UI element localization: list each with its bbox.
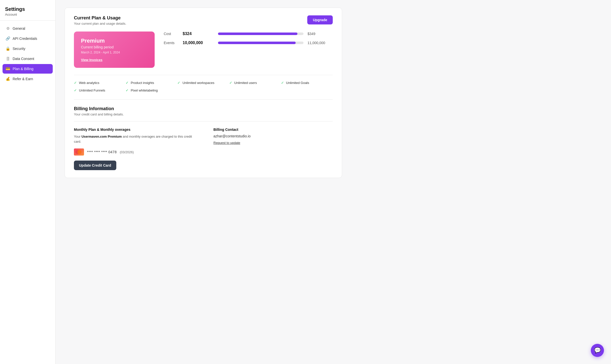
cost-progress-bar-wrap <box>218 33 303 35</box>
feature-label: Product insights <box>131 81 154 85</box>
check-icon: ✓ <box>74 88 77 92</box>
card-row: **** **** **** 0478 (03/2026) <box>74 148 193 156</box>
current-plan-header: Current Plan & Usage Your current plan a… <box>74 15 333 25</box>
cost-max: $349 <box>308 32 333 36</box>
features-section: ✓Web analytics✓Product insights✓Unlimite… <box>74 75 333 92</box>
events-metric-row: Events 10,000,000 11,000,000 <box>164 41 333 45</box>
current-plan-subtitle: Your current plan and usage details. <box>74 22 126 25</box>
chat-button[interactable]: 💬 <box>591 344 604 357</box>
plan-dates: March 2, 2024 - April 1, 2024 <box>81 51 148 54</box>
feature-item: ✓Product insights <box>126 81 177 85</box>
plan-metrics: Cost $324 $349 Events 10,000,000 <box>161 32 333 45</box>
sidebar-item-data-consent[interactable]: 🗄 Data Consent <box>3 54 53 64</box>
sidebar-item-general[interactable]: ⚙ General <box>3 24 53 33</box>
request-update-link[interactable]: Request to update <box>213 141 240 145</box>
feature-item: ✓Unlimited Goals <box>281 81 333 85</box>
sidebar-subtitle: Account <box>5 13 50 16</box>
monthly-desc-strong: Usermaven.com Premium <box>81 135 122 138</box>
plan-period-label: Current billing period <box>81 45 148 49</box>
feature-item: ✓Unlimited Funnels <box>74 88 126 92</box>
view-invoices-link[interactable]: View Invoices <box>81 58 102 62</box>
card-number: **** **** **** 0478 <box>87 150 117 154</box>
content-card: Current Plan & Usage Your current plan a… <box>65 8 342 178</box>
features-grid: ✓Web analytics✓Product insights✓Unlimite… <box>74 81 333 92</box>
billing-contact-title: Billing Contact <box>213 128 333 132</box>
sidebar-title: Settings <box>5 6 50 12</box>
monthly-desc-prefix: Your <box>74 135 81 138</box>
card-expiry: (03/2026) <box>120 150 134 154</box>
monthly-desc: Your Usermaven.com Premium and monthly o… <box>74 134 193 144</box>
feature-label: Pixel whitelabeling <box>131 88 158 92</box>
check-icon: ✓ <box>177 81 180 85</box>
refer-earn-icon: 💰 <box>6 77 10 81</box>
billing-col-contact: Billing Contact azhar@contentstudio.io R… <box>213 128 333 170</box>
sidebar: Settings Account ⚙ General 🔗 API Credent… <box>0 0 55 364</box>
sidebar-item-label: Plan & Billing <box>13 67 34 71</box>
sidebar-item-plan-billing[interactable]: 💳 Plan & Billing <box>3 64 53 74</box>
events-bar-container: 11,000,000 <box>218 41 333 45</box>
events-current: 10,000,000 <box>183 41 213 45</box>
check-icon: ✓ <box>74 81 77 85</box>
sidebar-item-security[interactable]: 🔒 Security <box>3 44 53 53</box>
events-label: Events <box>164 41 178 45</box>
feature-label: Unlimited Funnels <box>79 88 105 92</box>
cost-label: Cost <box>164 32 178 36</box>
sidebar-item-label: Security <box>13 47 25 51</box>
feature-item: ✓Unlimited workspaces <box>177 81 229 85</box>
plan-name: Premium <box>81 38 148 44</box>
billing-divider <box>74 121 333 122</box>
feature-label: Unlimited Goals <box>286 81 309 85</box>
mastercard-icon <box>74 148 84 156</box>
general-icon: ⚙ <box>6 26 10 31</box>
cost-bar-container: $349 <box>218 32 333 36</box>
cost-progress-bar-fill <box>218 33 297 35</box>
update-credit-card-button[interactable]: Update Credit Card <box>74 161 116 170</box>
sidebar-item-label: Data Consent <box>13 57 34 61</box>
sidebar-item-api-credentials[interactable]: 🔗 API Credentials <box>3 34 53 43</box>
check-icon: ✓ <box>126 88 129 92</box>
section-title-block: Current Plan & Usage Your current plan a… <box>74 15 126 25</box>
cost-metric-row: Cost $324 $349 <box>164 32 333 36</box>
feature-item: ✓Pixel whitelabeling <box>126 88 177 92</box>
events-progress-bar-wrap <box>218 42 303 44</box>
billing-col-monthly: Monthly Plan & Monthly overages Your Use… <box>74 128 193 170</box>
plan-billing-icon: 💳 <box>6 67 10 71</box>
feature-label: Web analytics <box>79 81 99 85</box>
check-icon: ✓ <box>229 81 232 85</box>
data-consent-icon: 🗄 <box>6 56 10 61</box>
events-progress-bar-fill <box>218 42 296 44</box>
billing-section-subtitle: Your credit card and billing details. <box>74 112 333 116</box>
security-icon: 🔒 <box>6 46 10 51</box>
feature-item: ✓Web analytics <box>74 81 126 85</box>
sidebar-nav: ⚙ General 🔗 API Credentials 🔒 Security 🗄… <box>0 24 55 84</box>
feature-label: Unlimited users <box>234 81 257 85</box>
feature-label: Unlimited workspaces <box>182 81 214 85</box>
sidebar-item-label: General <box>13 26 25 31</box>
sidebar-item-label: Refer & Earn <box>13 77 33 81</box>
check-icon: ✓ <box>281 81 284 85</box>
billing-columns: Monthly Plan & Monthly overages Your Use… <box>74 128 333 170</box>
check-icon: ✓ <box>126 81 129 85</box>
upgrade-button[interactable]: Upgrade <box>307 15 333 24</box>
chat-icon: 💬 <box>594 347 601 354</box>
billing-section-title: Billing Information <box>74 106 333 111</box>
feature-item: ✓Unlimited users <box>229 81 281 85</box>
plan-card: Premium Current billing period March 2, … <box>74 32 155 68</box>
sidebar-item-refer-earn[interactable]: 💰 Refer & Earn <box>3 74 53 84</box>
main-content: Current Plan & Usage Your current plan a… <box>55 0 611 364</box>
api-credentials-icon: 🔗 <box>6 36 10 41</box>
monthly-title: Monthly Plan & Monthly overages <box>74 128 193 132</box>
plan-info-row: Premium Current billing period March 2, … <box>74 32 333 68</box>
sidebar-header: Settings Account <box>0 6 55 21</box>
events-max: 11,000,000 <box>308 41 333 45</box>
contact-email: azhar@contentstudio.io <box>213 134 333 138</box>
billing-section: Billing Information Your credit card and… <box>74 99 333 170</box>
cost-current: $324 <box>183 32 213 36</box>
current-plan-title: Current Plan & Usage <box>74 15 126 21</box>
sidebar-item-label: API Credentials <box>13 37 37 41</box>
